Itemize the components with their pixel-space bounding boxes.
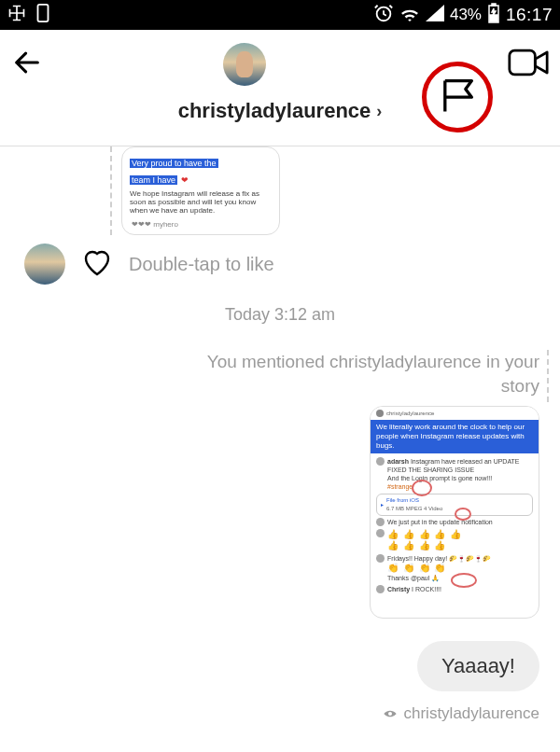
battery-icon xyxy=(487,3,500,28)
message-text: Yaaaay! xyxy=(441,654,515,677)
chat-area: Very proud to have the team I have ❤ We … xyxy=(0,146,560,752)
device-icon xyxy=(35,3,50,28)
sender-avatar[interactable] xyxy=(24,244,65,285)
svg-rect-4 xyxy=(490,15,497,21)
android-status-bar: 43% 16:17 xyxy=(0,0,560,30)
story-reply-thumbnail[interactable]: Very proud to have the team I have ❤ We … xyxy=(121,146,280,235)
username-text: christyladylaurence xyxy=(178,99,371,123)
mention-label: You mentioned christyladylaurence in you… xyxy=(203,350,539,398)
chevron-right-icon: › xyxy=(376,102,382,121)
back-button[interactable] xyxy=(11,47,43,82)
timestamp-label: Today 3:12 am xyxy=(0,305,560,325)
mention-indicator-line xyxy=(547,350,549,402)
message-bubble[interactable]: Yaaaay! xyxy=(417,641,539,691)
svg-rect-5 xyxy=(510,50,536,75)
like-hint-text: Double-tap to like xyxy=(129,254,274,275)
reply-indicator-line xyxy=(110,146,112,235)
highlight-circle xyxy=(422,62,493,132)
slack-icon xyxy=(7,4,26,27)
status-left xyxy=(7,3,50,28)
story-mention-thumbnail[interactable]: christyladylaurence We literally work ar… xyxy=(370,406,539,619)
wifi-icon xyxy=(399,5,420,26)
svg-rect-0 xyxy=(38,4,49,21)
clock-time: 16:17 xyxy=(506,5,553,25)
like-button[interactable] xyxy=(82,248,112,280)
svg-rect-3 xyxy=(492,4,496,6)
user-avatar[interactable] xyxy=(223,43,266,86)
signal-icon xyxy=(426,5,444,26)
video-call-button[interactable] xyxy=(508,46,549,83)
seen-username: christyladylaurence xyxy=(403,704,539,723)
status-right: 43% 16:17 xyxy=(373,3,553,28)
dm-header: christyladylaurence › xyxy=(0,30,560,146)
battery-percent: 43% xyxy=(450,6,482,24)
alarm-icon xyxy=(373,3,394,28)
seen-indicator: christyladylaurence xyxy=(383,704,539,723)
